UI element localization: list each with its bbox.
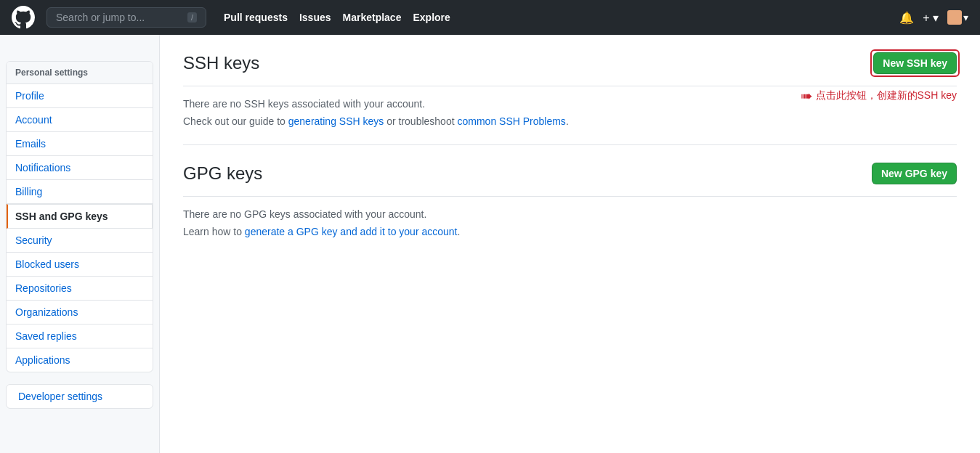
sidebar-item-saved-replies[interactable]: Saved replies	[7, 325, 153, 348]
avatar-chevron: ▾	[963, 12, 968, 23]
annotation-group: ➠ 点击此按钮，创建新的SSH key	[801, 87, 957, 105]
sidebar-item-organizations[interactable]: Organizations	[7, 301, 153, 325]
nav-issues[interactable]: Issues	[299, 12, 331, 23]
gpg-learn-text: Learn how to generate a GPG key and add …	[183, 226, 957, 237]
ssh-or-text: or troubleshoot	[386, 115, 457, 127]
main-nav: Pull requests Issues Marketplace Explore	[224, 12, 450, 23]
new-ssh-btn-outline: New SSH key	[873, 52, 957, 74]
ssh-header-row: SSH keys New SSH key ➠ 点击此按钮，创建新的SSH key	[183, 52, 957, 74]
search-bar[interactable]: Search or jump to... /	[46, 7, 206, 28]
sidebar: Personal settings Profile Account Emails…	[0, 35, 160, 453]
ssh-guide-prefix: Check out our guide to	[183, 115, 288, 127]
sidebar-item-developer-settings[interactable]: Developer settings	[7, 385, 153, 408]
top-navigation: Search or jump to... / Pull requests Iss…	[0, 0, 980, 35]
gpg-header-row: GPG keys New GPG key	[183, 163, 957, 184]
ssh-period: .	[566, 115, 569, 127]
sidebar-item-profile[interactable]: Profile	[7, 84, 153, 108]
sidebar-item-account[interactable]: Account	[7, 108, 153, 132]
gpg-learn-prefix: Learn how to	[183, 226, 245, 237]
ssh-link-problems[interactable]: common SSH Problems	[457, 115, 565, 127]
main-content: SSH keys New SSH key ➠ 点击此按钮，创建新的SSH key…	[160, 35, 980, 453]
sidebar-item-ssh-gpg[interactable]: SSH and GPG keys	[7, 204, 153, 229]
new-gpg-key-button[interactable]: New GPG key	[872, 163, 957, 184]
ssh-guide-text: Check out our guide to generating SSH ke…	[183, 115, 957, 127]
gpg-no-keys-text: There are no GPG keys associated with yo…	[183, 208, 957, 220]
header-actions: 🔔 + ▾ ▾	[899, 10, 968, 25]
sidebar-item-security[interactable]: Security	[7, 229, 153, 253]
nav-marketplace[interactable]: Marketplace	[343, 12, 402, 23]
nav-pull-requests[interactable]: Pull requests	[224, 12, 288, 23]
user-avatar	[947, 10, 962, 25]
page-wrapper: Personal settings Profile Account Emails…	[0, 35, 980, 453]
new-ssh-btn-container: New SSH key ➠ 点击此按钮，创建新的SSH key	[873, 52, 957, 74]
section-divider	[183, 144, 957, 145]
notification-bell-icon[interactable]: 🔔	[899, 11, 914, 25]
annotation-arrow: ➠	[801, 87, 813, 105]
gpg-section-title: GPG keys	[183, 163, 262, 184]
sidebar-item-billing[interactable]: Billing	[7, 180, 153, 204]
sidebar-item-blocked-users[interactable]: Blocked users	[7, 253, 153, 277]
gpg-period: .	[457, 226, 460, 237]
ssh-keys-section: SSH keys New SSH key ➠ 点击此按钮，创建新的SSH key…	[183, 52, 957, 127]
gpg-link-generate[interactable]: generate a GPG key and add it to your ac…	[245, 226, 458, 237]
avatar[interactable]: ▾	[947, 10, 968, 25]
gpg-keys-section: GPG keys New GPG key There are no GPG ke…	[183, 163, 957, 237]
ssh-divider	[183, 86, 957, 86]
new-ssh-key-button[interactable]: New SSH key	[873, 52, 957, 74]
create-new-button[interactable]: + ▾	[923, 11, 939, 25]
nav-explore[interactable]: Explore	[413, 12, 450, 23]
gpg-divider	[183, 196, 957, 197]
annotation-text: 点击此按钮，创建新的SSH key	[816, 89, 957, 102]
ssh-link-generating[interactable]: generating SSH keys	[288, 115, 384, 127]
developer-settings-group: Developer settings	[6, 384, 153, 409]
github-logo[interactable]	[12, 6, 35, 29]
search-kbd: /	[187, 12, 197, 23]
personal-settings-title: Personal settings	[7, 62, 153, 84]
personal-settings-group: Personal settings Profile Account Emails…	[6, 61, 153, 372]
search-placeholder: Search or jump to...	[56, 12, 145, 23]
sidebar-item-emails[interactable]: Emails	[7, 132, 153, 156]
sidebar-item-notifications[interactable]: Notifications	[7, 156, 153, 180]
sidebar-item-applications[interactable]: Applications	[7, 348, 153, 372]
sidebar-item-repositories[interactable]: Repositories	[7, 277, 153, 301]
ssh-section-title: SSH keys	[183, 53, 259, 73]
